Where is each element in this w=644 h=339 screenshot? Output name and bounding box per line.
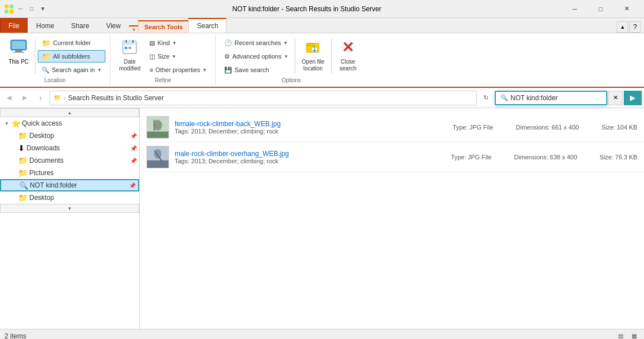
address-chevron1: ›	[64, 95, 66, 101]
svg-rect-3	[10, 10, 14, 14]
other-properties-btn[interactable]: ≡ Other properties ▼	[145, 64, 211, 76]
this-pc-icon	[10, 39, 28, 59]
sidebar-item-desktop[interactable]: 📁 Desktop 📌	[0, 130, 139, 142]
desktop-icon: 📁	[18, 131, 28, 140]
forward-button[interactable]: ▶	[18, 91, 32, 105]
details-view-button[interactable]: ▤	[615, 331, 626, 340]
address-bar[interactable]: 📁 › Search Results in Studio Server	[50, 91, 477, 105]
file-item-1[interactable]: female-rock-climber-back_WEB.jpg Tags: 2…	[140, 113, 644, 142]
advanced-options-btn[interactable]: ⚙ Advanced options ▼	[220, 50, 292, 63]
help-button[interactable]: ?	[629, 21, 641, 33]
desktop-label: Desktop	[29, 132, 130, 140]
documents-label: Documents	[29, 157, 130, 164]
this-pc-label: This PC	[8, 59, 29, 65]
maximize-icon: □	[27, 5, 36, 14]
file-info-1: female-rock-climber-back_WEB.jpg Tags: 2…	[175, 120, 447, 135]
file-dimensions-2: Dimensions: 638 x 400	[514, 154, 577, 160]
file-type-1: Type: JPG File	[452, 124, 493, 131]
current-folder-icon: 📁	[42, 39, 51, 47]
sidebar-item-pictures[interactable]: 📁 Pictures	[0, 167, 139, 179]
search-again-btn[interactable]: 🔍 Search again in ▼	[38, 64, 105, 76]
file-list: female-rock-climber-back_WEB.jpg Tags: 2…	[140, 108, 644, 329]
file-type-2: Type: JPG File	[451, 154, 491, 160]
all-subfolders-btn[interactable]: 📁 All subfolders	[38, 50, 105, 63]
ribbon-tab-row: File Home Share View ▾ Search Tools Sear…	[0, 18, 644, 33]
file-item-2[interactable]: male-rock-climber-overhang_WEB.jpg Tags:…	[140, 142, 644, 172]
desktop2-label: Desktop	[29, 194, 139, 202]
tab-view[interactable]: View	[97, 18, 129, 33]
search-area: 🔍 NOT kind:folder ✕ ▶	[495, 91, 642, 105]
svg-rect-10	[123, 44, 136, 45]
file-size-1: Size: 104 KB	[601, 124, 637, 131]
tiles-view-button[interactable]: ▦	[628, 331, 639, 340]
title-bar: ─ □ ▼ NOT kind:folder - Search Results i…	[0, 0, 644, 18]
refresh-button[interactable]: ↻	[479, 91, 492, 105]
sidebar-item-search[interactable]: 🔍 NOT kind:folder 📌	[0, 179, 139, 191]
desktop-pin-icon: 📌	[130, 133, 137, 139]
date-modified-btn[interactable]: Date modified	[115, 37, 144, 73]
sidebar-item-downloads[interactable]: ⬇ Downloads 📌	[0, 142, 139, 154]
search-tools-divider: ▾	[129, 25, 138, 33]
minimize-button[interactable]: ─	[562, 0, 588, 18]
open-file-location-btn[interactable]: Open file location	[297, 37, 329, 73]
recent-searches-btn[interactable]: 🕐 Recent searches ▼	[220, 37, 292, 49]
search-query-text: NOT kind:folder	[510, 94, 558, 102]
desktop2-icon: 📁	[18, 193, 28, 202]
maximize-button[interactable]: □	[588, 0, 614, 18]
size-arrow: ▼	[172, 54, 176, 59]
sidebar-scroll-down[interactable]: ▼	[0, 204, 139, 213]
location-content: This PC 📁 Current folder 📁 All subfolder…	[5, 37, 105, 76]
tab-search[interactable]: Search	[188, 18, 226, 33]
recent-searches-arrow: ▼	[283, 41, 288, 46]
ribbon-location-section: This PC 📁 Current folder 📁 All subfolder…	[0, 35, 110, 84]
svg-rect-7	[13, 52, 24, 53]
tab-home[interactable]: Home	[28, 18, 63, 33]
svg-rect-5	[12, 41, 25, 49]
file-size-2: Size: 76.3 KB	[599, 154, 637, 160]
options-column1: 🕐 Recent searches ▼ ⚙ Advanced options ▼…	[220, 37, 292, 76]
ribbon-collapse-btn[interactable]: ▲	[617, 21, 628, 33]
search-go-button[interactable]: ▶	[624, 91, 642, 105]
other-props-icon: ≡	[149, 66, 153, 73]
search-clear-button[interactable]: ✕	[608, 91, 623, 105]
svg-point-26	[154, 149, 161, 159]
recent-searches-icon: 🕐	[224, 39, 232, 47]
app-icon	[5, 5, 14, 14]
svg-rect-23	[147, 132, 168, 138]
sep2	[295, 39, 295, 74]
this-pc-button[interactable]: This PC	[5, 37, 33, 67]
kind-btn[interactable]: ▤ Kind ▼	[145, 37, 211, 49]
size-icon: ◫	[149, 53, 155, 60]
svg-rect-2	[5, 10, 8, 14]
back-button[interactable]: ◀	[2, 91, 16, 105]
save-search-btn[interactable]: 💾 Save search	[220, 64, 292, 76]
sep3	[331, 39, 332, 74]
address-path: Search Results in Studio Server	[68, 94, 164, 102]
date-modified-icon	[122, 39, 137, 57]
close-search-btn[interactable]: Close search	[334, 37, 362, 73]
quick-access-arrow: ▼	[2, 119, 11, 128]
sidebar-item-documents[interactable]: 📁 Documents 📌	[0, 154, 139, 167]
quick-access-header[interactable]: ▼ ⭐ Quick access	[0, 117, 139, 130]
kind-icon: ▤	[149, 39, 155, 47]
search-tools-label[interactable]: Search Tools	[138, 20, 188, 33]
tab-share[interactable]: Share	[63, 18, 97, 33]
search-input-box[interactable]: 🔍 NOT kind:folder	[495, 91, 607, 105]
close-button[interactable]: ✕	[614, 0, 639, 18]
location-label: Location	[42, 76, 68, 83]
up-button[interactable]: ↑	[34, 91, 47, 105]
main-area: ▲ ▼ ⭐ Quick access 📁 Desktop 📌 ⬇ Downloa…	[0, 108, 644, 329]
sidebar-item-desktop2[interactable]: 📁 Desktop	[0, 191, 139, 204]
file-name-1: female-rock-climber-back_WEB.jpg	[175, 120, 447, 128]
tab-file[interactable]: File	[0, 18, 28, 33]
sidebar-scroll-up[interactable]: ▲	[0, 108, 139, 117]
all-subfolders-icon: 📁	[42, 52, 51, 61]
location-bar: ◀ ▶ ↑ 📁 › Search Results in Studio Serve…	[0, 88, 644, 108]
options-label: Options	[279, 76, 303, 83]
other-props-arrow: ▼	[202, 68, 207, 73]
documents-icon: 📁	[18, 156, 28, 165]
svg-rect-24	[153, 120, 155, 131]
current-folder-btn[interactable]: 📁 Current folder	[38, 37, 105, 49]
size-btn[interactable]: ◫ Size ▼	[145, 50, 211, 63]
restore-icon: ▼	[38, 5, 47, 14]
